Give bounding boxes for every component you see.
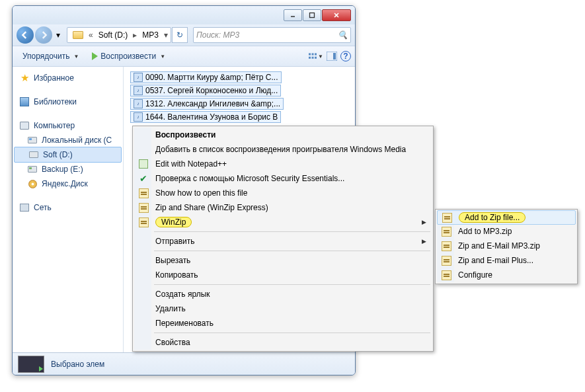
network-icon xyxy=(19,202,30,213)
ctx-zip-share[interactable]: Zip and Share (WinZip Express) xyxy=(134,200,432,215)
winzip-icon xyxy=(440,225,452,237)
winzip-icon xyxy=(441,212,453,223)
folder-icon xyxy=(73,31,83,39)
ctx-send-to[interactable]: Отправить▶ xyxy=(134,234,432,249)
svg-rect-11 xyxy=(333,53,336,59)
ctx-delete[interactable]: Удалить xyxy=(134,301,432,316)
winzip-icon xyxy=(137,216,149,228)
ctx-copy[interactable]: Копировать xyxy=(134,268,432,282)
submenu-arrow-icon: ▶ xyxy=(422,219,426,225)
ctx-mse[interactable]: ✔Проверка с помощью Microsoft Security E… xyxy=(134,171,432,186)
ctx-how-open[interactable]: Show how to open this file xyxy=(134,186,432,200)
close-button[interactable] xyxy=(322,9,351,21)
thumbnail xyxy=(18,356,44,373)
libraries-icon xyxy=(19,97,30,107)
refresh-button[interactable]: ↻ xyxy=(172,27,188,43)
svg-rect-7 xyxy=(309,57,311,59)
list-item[interactable]: ♪1644. Валентина Узунова и Борис В xyxy=(126,110,352,123)
yandex-disk-icon xyxy=(27,178,38,189)
winzip-icon xyxy=(440,255,452,266)
search-input[interactable]: Поиск: MP3 🔍 xyxy=(193,27,351,43)
help-button[interactable]: ? xyxy=(340,51,351,61)
shield-icon: ✔ xyxy=(137,173,149,184)
star-icon: ★ xyxy=(19,73,30,83)
back-button[interactable] xyxy=(17,26,34,44)
ctx-add-playlist[interactable]: Добавить в список воспроизведения проигр… xyxy=(134,142,432,157)
drive-icon xyxy=(28,149,39,160)
play-icon xyxy=(92,52,98,60)
svg-rect-8 xyxy=(312,57,314,59)
nav-network[interactable]: Сеть xyxy=(13,200,123,215)
sub-add-zip[interactable]: Add to Zip file... xyxy=(437,210,576,225)
status-bar: Выбрано элем xyxy=(13,352,355,375)
sub-configure[interactable]: Configure xyxy=(437,268,576,282)
mp3-icon: ♪ xyxy=(134,86,143,95)
forward-button[interactable] xyxy=(35,26,52,44)
winzip-icon xyxy=(440,240,452,252)
list-item[interactable]: ♪0090. Мартти Киуру &amp; Пётр С... xyxy=(126,71,352,83)
list-item[interactable]: ♪0537. Сергей Корконосенко и Люд... xyxy=(126,84,352,97)
play-button[interactable]: Воспроизвести▼ xyxy=(86,48,171,64)
sub-zip-email-plus[interactable]: Zip and E-mail Plus... xyxy=(437,253,576,268)
chevron-right-icon: ▸ xyxy=(132,30,138,40)
breadcrumb[interactable]: « Soft (D:) ▸ MP3 ▾ xyxy=(67,27,171,43)
list-item[interactable]: ♪1312. Александр Ингилевич &amp;... xyxy=(126,97,352,110)
ctx-winzip[interactable]: WinZip▶ xyxy=(134,215,432,229)
ctx-shortcut[interactable]: Создать ярлык xyxy=(134,287,432,301)
svg-rect-4 xyxy=(309,53,311,55)
sub-zip-email[interactable]: Zip and E-Mail MP3.zip xyxy=(437,239,576,253)
ctx-properties[interactable]: Свойства xyxy=(134,335,432,350)
mp3-icon: ♪ xyxy=(134,73,143,82)
mp3-icon: ♪ xyxy=(134,112,143,122)
search-icon: 🔍 xyxy=(338,30,348,40)
address-bar: ▾ « Soft (D:) ▸ MP3 ▾ ↻ Поиск: MP3 🔍 xyxy=(13,24,355,46)
organize-button[interactable]: Упорядочить▼ xyxy=(17,48,85,64)
context-menu: Воспроизвести Добавить в список воспроиз… xyxy=(132,126,434,352)
nav-drive-e[interactable]: Backup (E:) xyxy=(13,162,123,176)
nav-computer[interactable]: Компьютер xyxy=(13,118,123,133)
nav-favorites[interactable]: ★Избранное xyxy=(13,71,123,85)
winzip-icon xyxy=(440,269,452,281)
drive-icon xyxy=(27,164,38,175)
svg-rect-5 xyxy=(312,53,314,55)
preview-pane-button[interactable] xyxy=(325,49,339,63)
ctx-cut[interactable]: Вырезать xyxy=(134,253,432,268)
search-placeholder: Поиск: MP3 xyxy=(196,30,239,40)
winzip-icon xyxy=(137,187,149,199)
winzip-submenu: Add to Zip file... Add to MP3.zip Zip an… xyxy=(435,209,578,284)
submenu-arrow-icon: ▶ xyxy=(422,238,426,245)
nav-drive-d[interactable]: Soft (D:) xyxy=(14,147,122,163)
computer-icon xyxy=(19,120,30,131)
svg-rect-1 xyxy=(310,13,315,18)
breadcrumb-chevrons: « xyxy=(87,30,95,40)
drive-icon xyxy=(27,135,38,145)
maximize-button[interactable] xyxy=(303,9,321,21)
svg-rect-6 xyxy=(315,53,317,55)
titlebar xyxy=(13,6,355,24)
chevron-down-icon[interactable]: ▾ xyxy=(163,30,169,40)
status-text: Выбрано элем xyxy=(51,360,104,369)
ctx-play[interactable]: Воспроизвести xyxy=(134,128,432,142)
breadcrumb-seg-mp3[interactable]: MP3 xyxy=(138,28,163,42)
mp3-icon: ♪ xyxy=(134,99,143,108)
notepadpp-icon xyxy=(137,158,149,170)
sub-add-mp3zip[interactable]: Add to MP3.zip xyxy=(437,224,576,239)
nav-pane: ★Избранное Библиотеки Компьютер Локальны… xyxy=(13,67,124,352)
nav-drive-c[interactable]: Локальный диск (C xyxy=(13,133,123,147)
nav-yandex-disk[interactable]: Яндекс.Диск xyxy=(13,176,123,191)
nav-libraries[interactable]: Библиотеки xyxy=(13,95,123,109)
history-dropdown[interactable]: ▾ xyxy=(54,28,63,42)
ctx-notepad[interactable]: Edit with Notepad++ xyxy=(134,157,432,171)
breadcrumb-seg-soft[interactable]: Soft (D:) xyxy=(95,28,132,42)
minimize-button[interactable] xyxy=(284,9,302,21)
toolbar: Упорядочить▼ Воспроизвести▼ ▼ ? xyxy=(13,46,355,67)
winzip-icon xyxy=(137,202,149,214)
view-button[interactable]: ▼ xyxy=(309,49,323,63)
svg-rect-9 xyxy=(315,57,317,59)
ctx-rename[interactable]: Переименовать xyxy=(134,316,432,331)
